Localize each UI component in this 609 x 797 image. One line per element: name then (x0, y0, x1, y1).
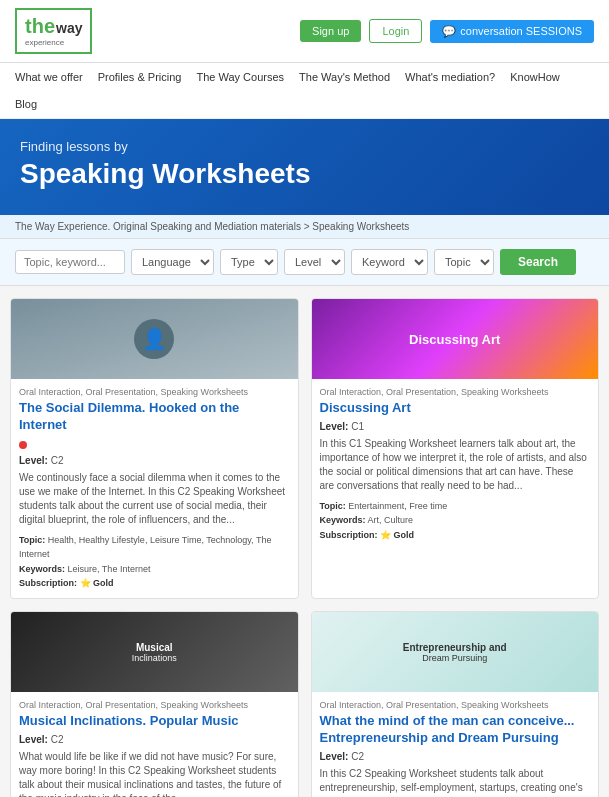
card-image-discussing-art: Discussing Art (312, 299, 599, 379)
card-category: Oral Interaction, Oral Presentation, Spe… (19, 700, 290, 710)
nav-way-courses[interactable]: The Way Courses (196, 71, 284, 83)
logo-sub: experience (25, 38, 64, 47)
breadcrumb: The Way Experience. Original Speaking an… (0, 215, 609, 239)
card-body-musical: Oral Interaction, Oral Presentation, Spe… (11, 692, 298, 797)
nav-mediation[interactable]: What's mediation? (405, 71, 495, 83)
card-entrepreneurship: Entrepreneurship andDream Pursuing Oral … (311, 611, 600, 797)
content-area: 👤 Oral Interaction, Oral Presentation, S… (0, 286, 609, 797)
card-title[interactable]: What the mind of the man can conceive...… (320, 713, 591, 747)
convo-label: conversation SESSIONS (460, 25, 582, 37)
card-body-entrepreneurship: Oral Interaction, Oral Presentation, Spe… (312, 692, 599, 797)
dot-indicator (19, 441, 27, 449)
card-body-discussing-art: Oral Interaction, Oral Presentation, Spe… (312, 379, 599, 598)
search-input[interactable] (15, 250, 125, 274)
conversation-button[interactable]: 💬 conversation SESSIONS (430, 20, 594, 43)
nav-knowhow[interactable]: KnowHow (510, 71, 560, 83)
hero-section: Finding lessons by Speaking Worksheets (0, 119, 609, 215)
keyword-select[interactable]: Keyword (351, 249, 428, 275)
card-meta: Topic: Entertainment, Free time Keywords… (320, 499, 591, 542)
card-image-social-dilemma: 👤 (11, 299, 298, 379)
card-level: Level: C1 (320, 421, 591, 432)
card-category: Oral Interaction, Oral Presentation, Spe… (320, 700, 591, 710)
logo-way: way (56, 20, 82, 36)
card-grid: 👤 Oral Interaction, Oral Presentation, S… (10, 298, 599, 797)
card-image-musical: Musical Inclinations (11, 612, 298, 692)
search-bar: Language Type Level Keyword Topic Search (0, 239, 609, 286)
card-meta: Topic: Health, Healthy Lifestyle, Leisur… (19, 533, 290, 591)
card-desc: In this C2 Speaking Worksheet students t… (320, 767, 591, 797)
topic-select[interactable]: Topic (434, 249, 494, 275)
card-title[interactable]: The Social Dilemma. Hooked on the Intern… (19, 400, 290, 434)
card-title[interactable]: Musical Inclinations. Popular Music (19, 713, 290, 730)
card-image-entrepreneurship: Entrepreneurship andDream Pursuing (312, 612, 599, 692)
chat-icon: 💬 (442, 25, 456, 38)
card-body-social-dilemma: Oral Interaction, Oral Presentation, Spe… (11, 379, 298, 598)
card-desc: What would life be like if we did not ha… (19, 750, 290, 797)
card-category: Oral Interaction, Oral Presentation, Spe… (320, 387, 591, 397)
page-title: Speaking Worksheets (20, 158, 589, 190)
nav-profiles-pricing[interactable]: Profiles & Pricing (98, 71, 182, 83)
nav-what-we-offer[interactable]: What we offer (15, 71, 83, 83)
card-desc: In this C1 Speaking Worksheet learners t… (320, 437, 591, 493)
level-select[interactable]: Level (284, 249, 345, 275)
card-level: Level: C2 (19, 734, 290, 745)
logo[interactable]: the way experience (15, 8, 92, 54)
logo-text: the (25, 15, 55, 38)
main-nav: What we offer Profiles & Pricing The Way… (0, 63, 609, 119)
card-discussing-art: Discussing Art Oral Interaction, Oral Pr… (311, 298, 600, 599)
nav-blog[interactable]: Blog (15, 98, 37, 110)
signup-button[interactable]: Sign up (300, 20, 361, 42)
language-select[interactable]: Language (131, 249, 214, 275)
top-actions: Sign up Login 💬 conversation SESSIONS (300, 19, 594, 43)
card-musical-inclinations: Musical Inclinations Oral Interaction, O… (10, 611, 299, 797)
login-button[interactable]: Login (369, 19, 422, 43)
card-level: Level: C2 (19, 455, 290, 466)
card-level: Level: C2 (320, 751, 591, 762)
top-bar: the way experience Sign up Login 💬 conve… (0, 0, 609, 63)
nav-ways-method[interactable]: The Way's Method (299, 71, 390, 83)
card-desc: We continously face a social dilemma whe… (19, 471, 290, 527)
hero-finding: Finding lessons by (20, 139, 589, 154)
type-select[interactable]: Type (220, 249, 278, 275)
card-category: Oral Interaction, Oral Presentation, Spe… (19, 387, 290, 397)
card-title[interactable]: Discussing Art (320, 400, 591, 417)
card-social-dilemma: 👤 Oral Interaction, Oral Presentation, S… (10, 298, 299, 599)
search-button[interactable]: Search (500, 249, 576, 275)
